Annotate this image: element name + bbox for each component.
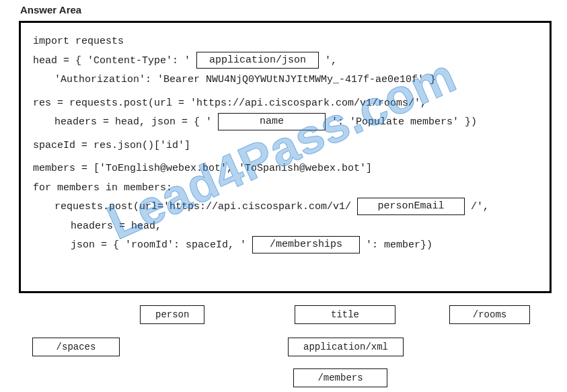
- text: requests.post(url='https://api.ciscospar…: [54, 201, 357, 212]
- text: head = { 'Content-Type': ': [33, 55, 196, 67]
- option-members[interactable]: /members: [293, 368, 387, 387]
- code-line-headers2: headers = head,: [33, 217, 537, 237]
- code-line-auth: 'Authorization': 'Bearer NWU4NjQ0YWUtNJY…: [33, 71, 537, 90]
- drop-slot-member-key[interactable]: /memberships: [252, 236, 360, 253]
- text: headers = head, json = { ': [54, 116, 218, 128]
- code-line-members-list: members = ['ToEnglish@webex.bot', 'ToSpa…: [33, 159, 537, 179]
- text: json = { 'roomId': spaceId, ': [71, 239, 252, 251]
- answer-pool: person title /rooms /spaces application/…: [19, 303, 552, 389]
- code-line-headers-json: headers = head, json = { ' name ': 'Popu…: [33, 113, 537, 132]
- drop-slot-url-path[interactable]: personEmail: [357, 198, 465, 215]
- option-title[interactable]: title: [295, 305, 395, 324]
- drop-slot-json-key[interactable]: name: [218, 113, 326, 130]
- text: /',: [471, 201, 489, 212]
- text: ',: [325, 55, 337, 67]
- code-line-json2: json = { 'roomId': spaceId, ' /membershi…: [33, 236, 537, 256]
- option-spaces[interactable]: /spaces: [32, 338, 120, 356]
- option-app-xml[interactable]: application/xml: [288, 338, 404, 356]
- code-line-post-memberships: requests.post(url='https://api.ciscospar…: [33, 198, 537, 217]
- text: ': 'Populate members' }): [332, 116, 477, 128]
- drop-slot-content-type[interactable]: application/json: [196, 52, 319, 69]
- code-line-import: import requests: [33, 32, 537, 52]
- code-line-post-rooms: res = requests.post(url = 'https://api.c…: [33, 94, 537, 114]
- page: Answer Area import requests head = { 'Co…: [0, 0, 567, 392]
- code-panel: import requests head = { 'Content-Type':…: [19, 21, 552, 293]
- text: ': member}): [366, 239, 432, 251]
- option-rooms[interactable]: /rooms: [449, 305, 530, 324]
- code-line-for: for members in members:: [33, 179, 537, 198]
- area-title: Answer Area: [20, 4, 548, 15]
- option-person[interactable]: person: [140, 305, 204, 324]
- code-line-spaceid: spaceId = res.json()['id']: [33, 136, 537, 156]
- code-line-head: head = { 'Content-Type': ' application/j…: [33, 52, 537, 71]
